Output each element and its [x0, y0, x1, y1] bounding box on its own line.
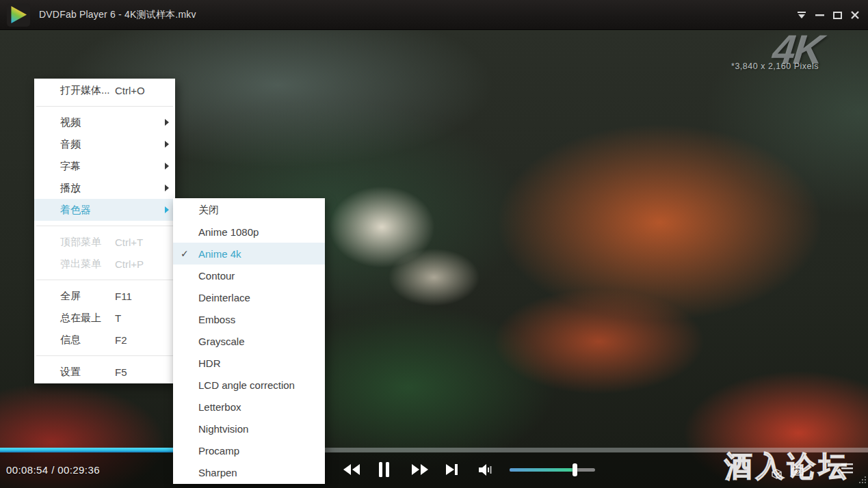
menu-item-shortcut: Ctrl+O: [115, 85, 145, 96]
menu-item-label: LCD angle correction: [198, 379, 295, 391]
time-display: 00:08:54 / 00:29:36: [6, 452, 100, 488]
menu-item-shortcut: F5: [115, 366, 127, 378]
menu-item-label: Deinterlace: [198, 292, 250, 303]
menu-item-label: 着色器: [60, 204, 115, 217]
title-bar[interactable]: DVDFab Player 6 - 4K测试样本.mkv: [0, 0, 868, 30]
menu-item-open-media[interactable]: 打开媒体...Ctrl+O: [34, 79, 175, 101]
menu-item-label: 关闭: [198, 204, 219, 217]
menu-item-label: 全屏: [60, 290, 115, 303]
menu-item-label: Grayscale: [198, 336, 245, 347]
menu-item-label: Sharpen: [198, 467, 237, 478]
menu-item-grayscale[interactable]: Grayscale: [173, 330, 325, 352]
menu-item-subtitle[interactable]: 字幕: [34, 155, 175, 177]
menu-item-shortcut: F11: [115, 290, 132, 302]
menu-item-shortcut: Ctrl+T: [115, 236, 143, 248]
window-title: DVDFab Player 6 - 4K测试样本.mkv: [39, 9, 196, 21]
volume-slider-fill: [510, 468, 575, 472]
menu-item-label: HDR: [198, 357, 221, 369]
play-triangle-logo: [10, 6, 27, 24]
menu-item-label: Anime 1080p: [198, 226, 259, 238]
menu-item-lcd-angle-correction[interactable]: LCD angle correction: [173, 374, 325, 396]
submenu-arrow-icon: [165, 206, 169, 213]
menu-separator: [36, 280, 173, 280]
menu-item-label: Anime 4k: [198, 248, 241, 260]
menu-item-label: Emboss: [198, 314, 235, 325]
volume-slider[interactable]: [510, 468, 595, 472]
menu-item-sharpen[interactable]: Sharpen: [173, 461, 325, 483]
check-icon: ✓: [181, 248, 189, 259]
volume-slider-handle[interactable]: [573, 463, 577, 476]
menu-item-always-on-top[interactable]: 总在最上T: [34, 307, 175, 329]
menu-separator: [36, 355, 173, 356]
menu-item-label: 打开媒体...: [60, 84, 115, 97]
fast-forward-button[interactable]: [411, 464, 429, 475]
menu-item-info[interactable]: 信息F2: [34, 329, 175, 351]
rewind-button[interactable]: [343, 464, 360, 475]
menu-item-label: 总在最上: [60, 312, 115, 325]
menu-item-procamp[interactable]: Procamp: [173, 439, 325, 461]
app-logo-icon: [7, 3, 30, 27]
menu-item-label: Procamp: [198, 445, 239, 457]
menu-item-fullscreen[interactable]: 全屏F11: [34, 285, 175, 307]
menu-item-deinterlace[interactable]: Deinterlace: [173, 286, 325, 308]
submenu-arrow-icon: [165, 119, 169, 126]
submenu-arrow-icon: [165, 141, 169, 148]
menu-item-contour[interactable]: Contour: [173, 265, 325, 286]
menu-item-shader-off[interactable]: 关闭: [173, 199, 325, 221]
menu-separator: [36, 106, 173, 107]
maximize-button[interactable]: [828, 5, 846, 25]
menu-item-video[interactable]: 视频: [34, 111, 175, 133]
forum-watermark: 酒入论坛: [724, 448, 850, 485]
menu-item-anime-4k[interactable]: ✓Anime 4k: [173, 243, 325, 265]
pause-button[interactable]: [378, 462, 390, 477]
submenu-arrow-icon: [165, 185, 169, 191]
menu-item-audio[interactable]: 音频: [34, 133, 175, 155]
menu-item-label: 音频: [60, 138, 115, 151]
resolution-label: *3,840 x 2,160 Pixels: [731, 62, 819, 71]
menu-item-label: 顶部菜单: [60, 236, 115, 249]
menu-item-label: 弹出菜单: [60, 258, 115, 271]
menu-item-label: Nightvision: [198, 423, 248, 435]
menu-item-shortcut: T: [115, 312, 121, 324]
menu-item-label: Letterbox: [198, 401, 241, 413]
context-menu: 打开媒体...Ctrl+O视频音频字幕播放着色器顶部菜单Ctrl+T弹出菜单Ct…: [34, 79, 175, 383]
submenu-arrow-icon: [165, 163, 169, 170]
player-window: DVDFab Player 6 - 4K测试样本.mkv 4K *3,840 x…: [0, 0, 868, 488]
resize-grip-icon[interactable]: [858, 474, 867, 487]
menu-item-top-menu: 顶部菜单Ctrl+T: [34, 231, 175, 253]
window-controls: [793, 0, 864, 30]
menu-item-label: 播放: [60, 182, 115, 195]
menu-item-settings[interactable]: 设置F5: [34, 361, 175, 383]
minimize-button[interactable]: [811, 5, 828, 25]
volume-icon[interactable]: [479, 464, 493, 476]
menu-item-popup-menu: 弹出菜单Ctrl+P: [34, 253, 175, 275]
menu-item-label: 视频: [60, 116, 115, 129]
menu-item-label: 字幕: [60, 160, 115, 173]
menu-item-label: 设置: [60, 366, 115, 379]
menu-item-label: Contour: [198, 270, 235, 282]
menu-item-play[interactable]: 播放: [34, 177, 175, 199]
menu-item-shader[interactable]: 着色器: [34, 199, 175, 221]
menu-item-nightvision[interactable]: Nightvision: [173, 418, 325, 439]
next-button[interactable]: [446, 464, 458, 475]
menu-item-shortcut: Ctrl+P: [115, 258, 144, 270]
menu-item-emboss[interactable]: Emboss: [173, 308, 325, 330]
menu-item-anime-1080p[interactable]: Anime 1080p: [173, 221, 325, 243]
menu-item-hdr[interactable]: HDR: [173, 352, 325, 374]
pin-dropdown-icon[interactable]: [793, 5, 811, 25]
menu-item-shortcut: F2: [115, 334, 127, 346]
menu-item-label: 信息: [60, 334, 115, 347]
menu-separator: [36, 226, 173, 226]
close-button[interactable]: [846, 5, 864, 25]
shader-submenu: 关闭Anime 1080p✓Anime 4kContourDeinterlace…: [173, 198, 325, 484]
menu-item-letterbox[interactable]: Letterbox: [173, 396, 325, 418]
